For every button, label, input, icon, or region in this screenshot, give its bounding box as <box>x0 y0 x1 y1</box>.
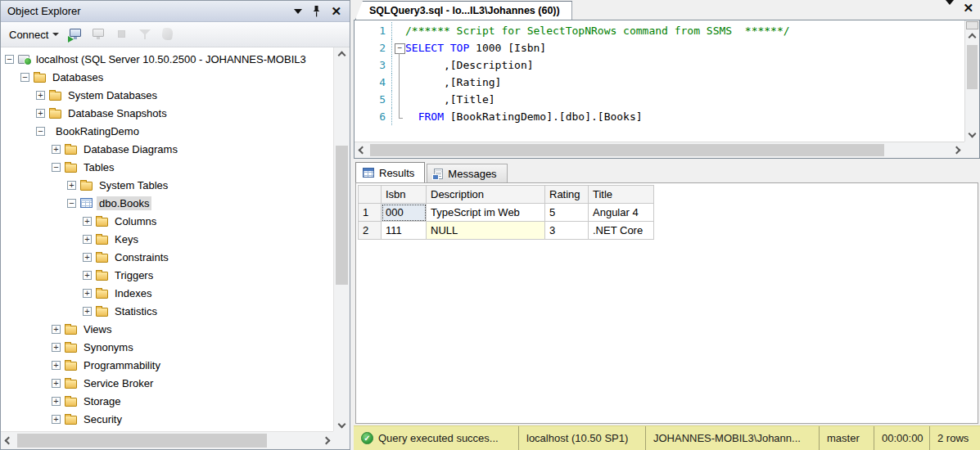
tree-item-system-databases[interactable]: +System Databases <box>1 86 333 104</box>
expand-icon[interactable]: + <box>52 145 61 154</box>
editor-vertical-scrollbar[interactable] <box>964 20 979 142</box>
scroll-up-icon[interactable] <box>965 31 979 43</box>
fold-collapse-icon[interactable] <box>392 39 405 56</box>
grid-cell[interactable]: Angular 4 <box>589 204 654 222</box>
status-server: localhost (10.50 SP1) <box>518 426 645 450</box>
tree-item-label: Triggers <box>112 268 156 282</box>
tree-item-indexes[interactable]: +Indexes <box>1 284 333 302</box>
connect-button[interactable]: Connect <box>7 27 61 43</box>
scroll-left-icon[interactable] <box>2 432 14 449</box>
tree-item-tables[interactable]: −Tables <box>1 158 333 176</box>
tree-item-security[interactable]: +Security <box>1 410 333 428</box>
collapse-icon[interactable]: − <box>36 127 45 136</box>
collapse-icon[interactable]: − <box>52 163 61 172</box>
row-header[interactable]: 2 <box>359 222 382 240</box>
scroll-down-icon[interactable] <box>965 128 979 140</box>
scroll-right-icon[interactable] <box>951 142 963 158</box>
expand-icon[interactable]: + <box>36 91 45 100</box>
tree-item-bookratingdemo[interactable]: −BookRatingDemo <box>1 122 333 140</box>
expand-icon[interactable]: + <box>52 379 61 388</box>
document-list-icon[interactable] <box>946 5 954 17</box>
column-header-isbn[interactable]: Isbn <box>382 186 427 204</box>
scroll-down-icon[interactable] <box>334 418 350 430</box>
tree-item-system-tables[interactable]: +System Tables <box>1 176 333 194</box>
connect-server-icon[interactable] <box>68 26 84 43</box>
grid-cell[interactable]: TypeScript im Web <box>427 204 545 222</box>
collapse-icon[interactable]: − <box>5 55 14 64</box>
tree-item-programmability[interactable]: +Programmability <box>1 356 333 374</box>
editor-tab-title: SQLQuery3.sql - lo...IL3\Johannes (60)) <box>369 5 560 16</box>
tree-item-keys[interactable]: +Keys <box>1 230 333 248</box>
scroll-thumb[interactable] <box>967 45 978 89</box>
tree-item-triggers[interactable]: +Triggers <box>1 266 333 284</box>
editor-tab[interactable]: SQLQuery3.sql - lo...IL3\Johannes (60)) <box>355 1 572 20</box>
tree-vertical-scrollbar[interactable] <box>333 47 350 431</box>
chevron-down-icon <box>52 33 59 36</box>
outline-margin <box>392 56 405 74</box>
collapse-icon[interactable]: − <box>67 199 76 208</box>
close-icon[interactable]: ✕ <box>331 6 341 17</box>
expand-icon[interactable]: + <box>52 415 61 424</box>
expand-icon[interactable]: + <box>52 343 61 352</box>
tree-item-constraints[interactable]: +Constraints <box>1 248 333 266</box>
tree-item-label: Programmability <box>81 358 163 372</box>
expand-icon[interactable]: + <box>83 217 92 226</box>
tree-item-localhost-sql-server-10-50-2500-[interactable]: −localhost (SQL Server 10.50.2500 - JOHA… <box>1 50 333 68</box>
tree-horizontal-scrollbar[interactable] <box>1 431 333 449</box>
expand-icon[interactable]: + <box>83 271 92 280</box>
scroll-left-icon[interactable] <box>356 142 368 158</box>
scroll-thumb[interactable] <box>336 146 348 285</box>
grid-cell[interactable]: .NET Core <box>589 222 654 240</box>
expand-icon[interactable]: + <box>67 181 76 190</box>
folder-icon <box>80 182 93 191</box>
grid-cell[interactable]: 000 <box>382 204 427 222</box>
tree-item-service-broker[interactable]: +Service Broker <box>1 374 333 392</box>
scroll-thumb[interactable] <box>17 434 267 448</box>
folder-icon <box>65 344 77 353</box>
tree-item-statistics[interactable]: +Statistics <box>1 302 333 320</box>
expand-icon[interactable]: + <box>36 109 45 118</box>
tree-item-dbo-books[interactable]: −dbo.Books <box>1 194 333 212</box>
disconnect-server-icon <box>91 26 107 43</box>
tree-item-views[interactable]: +Views <box>1 320 333 338</box>
pin-icon[interactable] <box>312 5 321 17</box>
token-plain: ,[Description] <box>405 59 534 71</box>
tab-results[interactable]: Results <box>355 162 425 182</box>
tree-item-database-snapshots[interactable]: +Database Snapshots <box>1 104 333 122</box>
column-header-title[interactable]: Title <box>589 186 654 204</box>
expand-icon[interactable]: + <box>83 307 92 316</box>
grid-cell[interactable]: 111 <box>382 222 427 240</box>
tree-item-columns[interactable]: +Columns <box>1 212 333 230</box>
status-user-label: JOHANNES-MOBIL3\Johann... <box>653 432 801 444</box>
expand-icon[interactable]: + <box>52 325 61 334</box>
tree-item-storage[interactable]: +Storage <box>1 392 333 410</box>
object-explorer-tree[interactable]: −localhost (SQL Server 10.50.2500 - JOHA… <box>1 47 333 431</box>
expand-icon[interactable]: + <box>52 361 61 370</box>
close-document-icon[interactable]: ✕ <box>963 2 973 14</box>
editor-horizontal-scrollbar[interactable] <box>355 142 964 158</box>
tree-item-databases[interactable]: −Databases <box>1 68 333 86</box>
grid-cell[interactable]: NULL <box>427 222 545 240</box>
scroll-thumb[interactable] <box>370 144 884 156</box>
folder-icon <box>96 218 108 227</box>
tree-item-database-diagrams[interactable]: +Database Diagrams <box>1 140 333 158</box>
grid-corner[interactable] <box>359 186 382 204</box>
expand-icon[interactable]: + <box>52 397 61 406</box>
column-header-description[interactable]: Description <box>427 186 545 204</box>
column-header-rating[interactable]: Rating <box>545 186 589 204</box>
tree-item-synonyms[interactable]: +Synonyms <box>1 338 333 356</box>
expand-icon[interactable]: + <box>83 253 92 262</box>
grid-cell[interactable]: 3 <box>545 222 589 240</box>
scroll-right-icon[interactable] <box>320 432 332 449</box>
splitter-handle[interactable] <box>966 21 978 29</box>
expand-icon[interactable]: + <box>83 235 92 244</box>
expand-icon[interactable]: + <box>83 289 92 298</box>
collapse-icon[interactable]: − <box>20 73 29 82</box>
tab-messages[interactable]: Messages <box>427 164 507 182</box>
code-area[interactable]: 1/****** Script for SelectTopNRows comma… <box>355 20 964 142</box>
row-header[interactable]: 1 <box>359 204 382 222</box>
scroll-up-icon[interactable] <box>334 49 350 61</box>
grid-cell[interactable]: 5 <box>545 204 589 222</box>
panel-title: Object Explorer <box>7 5 294 17</box>
window-menu-icon[interactable] <box>294 9 302 14</box>
